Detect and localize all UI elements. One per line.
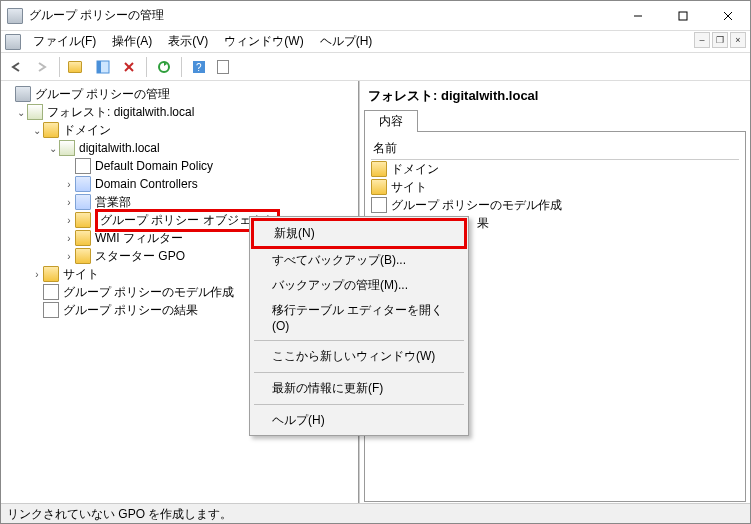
tree-domains-label: ドメイン	[63, 122, 111, 139]
properties-button[interactable]	[214, 56, 236, 78]
tree-default-policy[interactable]: Default Domain Policy	[3, 157, 356, 175]
list-item-label: サイト	[391, 179, 427, 196]
mdi-controls: – ❐ ×	[694, 32, 746, 48]
toolbar-separator	[59, 57, 60, 77]
tree-results-label: グループ ポリシーの結果	[63, 302, 198, 319]
tree-root-label: グループ ポリシーの管理	[35, 86, 170, 103]
menu-action[interactable]: 操作(A)	[104, 31, 160, 52]
mmc-icon	[5, 34, 21, 50]
refresh-button[interactable]	[153, 56, 175, 78]
tree-forest-label: フォレスト: digitalwith.local	[47, 104, 194, 121]
status-text: リンクされていない GPO を作成します。	[7, 507, 232, 521]
chevron-right-icon[interactable]: ›	[63, 233, 75, 244]
chevron-down-icon[interactable]: ⌄	[15, 107, 27, 118]
window-controls	[615, 1, 750, 30]
ctx-separator	[254, 372, 464, 373]
tree-domains[interactable]: ⌄ ドメイン	[3, 121, 356, 139]
policy-icon	[75, 158, 91, 174]
ctx-new-window[interactable]: ここから新しいウィンドウ(W)	[252, 344, 466, 369]
list-item-sites[interactable]: サイト	[371, 178, 739, 196]
ou-icon	[75, 176, 91, 192]
show-hide-tree-button[interactable]	[92, 56, 114, 78]
chevron-down-icon[interactable]: ⌄	[31, 125, 43, 136]
help-button[interactable]: ?	[188, 56, 210, 78]
detail-tabs: 内容	[364, 109, 746, 132]
tree-modeling-label: グループ ポリシーのモデル作成	[63, 284, 234, 301]
report-icon	[43, 302, 59, 318]
ctx-help[interactable]: ヘルプ(H)	[252, 408, 466, 433]
folder-icon	[371, 179, 387, 195]
toolbar-separator	[146, 57, 147, 77]
titlebar: グループ ポリシーの管理	[1, 1, 750, 31]
tree-domain[interactable]: ⌄ digitalwith.local	[3, 139, 356, 157]
folder-icon	[75, 230, 91, 246]
svg-text:?: ?	[196, 62, 202, 73]
folder-icon	[75, 248, 91, 264]
delete-button[interactable]	[118, 56, 140, 78]
mdi-minimize-button[interactable]: –	[694, 32, 710, 48]
list-item-label: ドメイン	[391, 161, 439, 178]
tree-default-policy-label: Default Domain Policy	[95, 159, 213, 173]
minimize-button[interactable]	[615, 1, 660, 30]
window-title: グループ ポリシーの管理	[29, 7, 615, 24]
chevron-right-icon[interactable]: ›	[63, 179, 75, 190]
tree-wmi-label: WMI フィルター	[95, 230, 183, 247]
ctx-separator	[254, 340, 464, 341]
close-button[interactable]	[705, 1, 750, 30]
svg-rect-5	[97, 61, 101, 73]
list-item-label: グループ ポリシーのモデル作成	[391, 197, 562, 214]
list-item-label: 果	[477, 215, 489, 232]
folder-icon	[371, 161, 387, 177]
menu-view[interactable]: 表示(V)	[160, 31, 216, 52]
chevron-right-icon[interactable]: ›	[63, 197, 75, 208]
back-button[interactable]	[5, 56, 27, 78]
chevron-right-icon[interactable]: ›	[31, 269, 43, 280]
tree-domain-controllers[interactable]: › Domain Controllers	[3, 175, 356, 193]
folder-icon	[43, 122, 59, 138]
mdi-restore-button[interactable]: ❐	[712, 32, 728, 48]
folder-icon	[43, 266, 59, 282]
detail-heading: フォレスト: digitalwith.local	[364, 85, 746, 107]
forward-button[interactable]	[31, 56, 53, 78]
ctx-separator	[254, 404, 464, 405]
app-icon	[7, 8, 23, 24]
svg-rect-1	[679, 12, 687, 20]
toolbar: ?	[1, 53, 750, 81]
toolbar-separator	[181, 57, 182, 77]
statusbar: リンクされていない GPO を作成します。	[1, 503, 750, 523]
gpmc-icon	[15, 86, 31, 102]
report-icon	[371, 197, 387, 213]
tab-contents[interactable]: 内容	[364, 110, 418, 132]
tree-root[interactable]: グループ ポリシーの管理	[3, 85, 356, 103]
up-button[interactable]	[66, 56, 88, 78]
tree-domain-label: digitalwith.local	[79, 141, 160, 155]
domain-icon	[59, 140, 75, 156]
chevron-right-icon[interactable]: ›	[63, 251, 75, 262]
menubar: ファイル(F) 操作(A) 表示(V) ウィンドウ(W) ヘルプ(H) – ❐ …	[1, 31, 750, 53]
mdi-close-button[interactable]: ×	[730, 32, 746, 48]
list-item-domains[interactable]: ドメイン	[371, 160, 739, 178]
ctx-new[interactable]: 新規(N)	[251, 218, 467, 249]
tree-sites-label: サイト	[63, 266, 99, 283]
menu-window[interactable]: ウィンドウ(W)	[216, 31, 311, 52]
list-item-modeling[interactable]: グループ ポリシーのモデル作成	[371, 196, 739, 214]
chevron-right-icon[interactable]: ›	[63, 215, 75, 226]
chevron-down-icon[interactable]: ⌄	[47, 143, 59, 154]
ctx-refresh[interactable]: 最新の情報に更新(F)	[252, 376, 466, 401]
tree-starter-label: スターター GPO	[95, 248, 185, 265]
maximize-button[interactable]	[660, 1, 705, 30]
folder-icon	[75, 212, 91, 228]
tree-forest[interactable]: ⌄ フォレスト: digitalwith.local	[3, 103, 356, 121]
forest-icon	[27, 104, 43, 120]
ctx-backup-all[interactable]: すべてバックアップ(B)...	[252, 248, 466, 273]
tree-dc-label: Domain Controllers	[95, 177, 198, 191]
report-icon	[43, 284, 59, 300]
ou-icon	[75, 194, 91, 210]
ctx-manage-backup[interactable]: バックアップの管理(M)...	[252, 273, 466, 298]
menu-help[interactable]: ヘルプ(H)	[312, 31, 381, 52]
context-menu: 新規(N) すべてバックアップ(B)... バックアップの管理(M)... 移行…	[249, 216, 469, 436]
menu-file[interactable]: ファイル(F)	[25, 31, 104, 52]
column-header-name[interactable]: 名前	[371, 138, 739, 160]
ctx-migration-table[interactable]: 移行テーブル エディターを開く(O)	[252, 298, 466, 337]
